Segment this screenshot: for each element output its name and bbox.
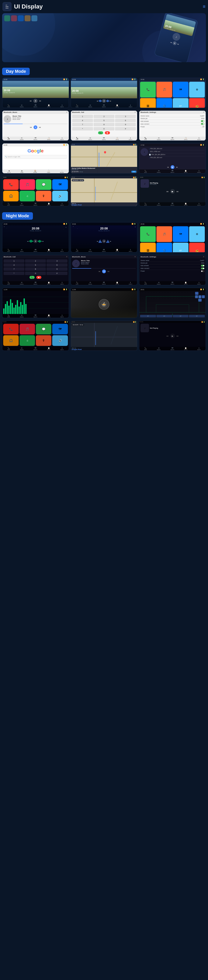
night-eq-screen: 11:54📶 🔋 bbox=[2, 288, 69, 318]
night-mode-row-2: Bluetooth_Call ✕ 1 2 3 4 5 6 7 8 9 * 0 bbox=[0, 255, 208, 285]
night-mode-row-3: 11:54📶 🔋 bbox=[0, 288, 208, 318]
messages-icon[interactable]: 💬 bbox=[36, 179, 51, 190]
siri-icon[interactable]: 🔊 bbox=[52, 191, 68, 201]
night-carplay-home: 18:00📶 🔋 📞 🎵 💬 🗺 🎧 ♫ 🎙 🔊 📞DIAL ✉EMAIL 🗺M… bbox=[2, 321, 69, 351]
file-item[interactable]: ♪ 新乐_大草原.mp3 bbox=[149, 150, 204, 153]
day-mode-section-label: Day Mode bbox=[0, 64, 208, 78]
night-bt-settings: Bluetooth_Settings ✕ Device name CarBT D… bbox=[139, 255, 206, 285]
apts-btn[interactable]: 📋APTS bbox=[47, 104, 50, 108]
maps-btn[interactable]: 🗺MAPS bbox=[33, 104, 37, 108]
go-button[interactable]: GO bbox=[131, 171, 136, 173]
radio-app[interactable]: 📻 bbox=[189, 98, 205, 108]
night-rear-camera: 20:01📶 🔋 ↑ ↑ ← ● → bbox=[139, 288, 206, 318]
day-mode-row-2: Bluetooth_Music ✕ ♪ Music Title Music Al… bbox=[0, 110, 208, 141]
day-home-screen-1: 20:08📶 🔋 20:08 Sunday, January 01 ⏮ ⏸ ⏭ … bbox=[2, 78, 69, 108]
hero-banner: 20:08 Sunday, January 01 ♪ ⏮ ⏸ ⏭ bbox=[2, 13, 206, 62]
bt-call-screen: Bluetooth_Call ✕ 1 2 3 4 5 6 7 8 9 * 0 bbox=[71, 110, 137, 141]
night-home-1: 20:08📶 🔋 20:08 Sunday, January 01 ⏮ bbox=[2, 222, 69, 253]
night-photo-screen: 11:54📶 🔋 🍲 bbox=[71, 288, 137, 318]
night-now-playing: 20:01📶 🔋 ♪ Not Playing ⏮ ▶ ⏭ 📞DIAL bbox=[139, 321, 206, 351]
file-item[interactable]: 📄 华东_蓝光_拾光_歌词.lrc bbox=[149, 153, 204, 156]
email-btn[interactable]: ✉EMAIL bbox=[20, 104, 24, 108]
night-mode-row-4: 18:00📶 🔋 📞 🎵 💬 🗺 🎧 ♫ 🎙 🔊 📞DIAL ✉EMAIL 🗺M… bbox=[0, 321, 208, 351]
settings-app[interactable]: ⚙ bbox=[189, 82, 205, 97]
status-bar-1: 20:08📶 🔋 bbox=[2, 78, 69, 81]
page-title: UI Display bbox=[14, 3, 43, 10]
night-nav-screen: 19:30📶 🔋 19:16 ETA 9.0 mi Start on Dougl… bbox=[71, 321, 137, 351]
google-screen: 11:00📶 🔋 Google 🔍 Search or type URL ◀BA… bbox=[2, 143, 69, 173]
night-mode-section-label: Night Mode bbox=[0, 209, 208, 222]
night-app-grid: 20:08📶 🔋 📞 🎵 🗺 ⚙ 🖼 🔵 BT 📻 🚗 🚙 📷 ▶ 📞DIAL … bbox=[139, 222, 206, 253]
day-mode-row-1: 20:08📶 🔋 20:08 Sunday, January 01 ⏮ ⏸ ⏭ … bbox=[0, 78, 208, 108]
dial-btn[interactable]: 📞DIAL bbox=[7, 104, 10, 108]
day-app-grid: 20:08📶 🔋 📞 🎵 🗺 ⚙ 🖼 🔵 BT 📻 🚗 🚙 📷 ▶ 📞DIAL … bbox=[139, 78, 206, 108]
anfo-btn[interactable]: ℹANFO bbox=[60, 104, 64, 108]
night-mode-row-1: 20:08📶 🔋 20:08 Sunday, January 01 ⏮ bbox=[0, 222, 208, 253]
spotify2-icon[interactable]: ♫ bbox=[19, 191, 35, 201]
local-music-screen: 17:00📶 🔋 ♪ ♪ 华东_蓝光_拾光.mp3 ♪ 新乐 bbox=[139, 143, 206, 173]
map-nav-screen: 11:00📶 🔋 Sunny Coffee Modern Restaurant … bbox=[71, 143, 137, 173]
day-mode-row-3: 11:00📶 🔋 Google 🔍 Search or type URL ◀BA… bbox=[0, 143, 208, 173]
bottom-nav-1: 📞DIAL ✉EMAIL 🗺MAPS 📋APTS ℹANFO bbox=[2, 104, 69, 108]
carplay-home-screen: 18:00📶 🔋 📞 🎵 💬 🗺 🎧 ♫ 🎙 🔊 📞DIAL ✉EMAIL 🗺M… bbox=[2, 176, 69, 206]
header: UI Display ≡ bbox=[0, 0, 208, 13]
phone-icon[interactable]: 📞 bbox=[3, 179, 19, 190]
maps-app[interactable]: 🗺 bbox=[173, 82, 189, 97]
photos-app[interactable]: 🖼 bbox=[140, 98, 156, 108]
night-home-2: 20:08📶 🔋 20:08 Sunday, January 01 ⏮ bbox=[71, 222, 137, 253]
menu-dots-icon[interactable]: ≡ bbox=[203, 4, 205, 10]
night-bt-call: Bluetooth_Call ✕ 1 2 3 4 5 6 7 8 9 * 0 bbox=[2, 255, 69, 285]
hero-device-mockup: 20:08 Sunday, January 01 ♪ ⏮ ⏸ ⏭ bbox=[154, 13, 199, 62]
music-icon[interactable]: 🎵 bbox=[19, 179, 35, 190]
bt-settings-screen: Bluetooth_Settings ✕ Device name CarBT D… bbox=[139, 110, 206, 141]
spotify-icon[interactable]: 🎧 bbox=[3, 191, 19, 201]
day-mode-row-4: 18:00📶 🔋 📞 🎵 💬 🗺 🎧 ♫ 🎙 🔊 📞DIAL ✉EMAIL 🗺M… bbox=[0, 176, 208, 206]
bt-app[interactable]: 🔵 bbox=[156, 98, 172, 108]
logo-icon bbox=[3, 2, 11, 11]
file-item[interactable]: ♪ 华东_蓝光_拾光.mp3 bbox=[149, 156, 204, 159]
bt-music-screen: Bluetooth_Music ✕ ♪ Music Title Music Al… bbox=[2, 110, 69, 141]
bt2-app[interactable]: BT bbox=[173, 98, 189, 108]
phone-app[interactable]: 📞 bbox=[140, 82, 156, 97]
status-bar-2: 20:08📶 🔋 bbox=[71, 78, 137, 81]
carplay-nav-screen: 19:30📶 🔋 19:16 ETA 9.0 mi Start on Dougl… bbox=[71, 176, 137, 206]
carplay-music-screen: 20:01📶 🔋 ♪ Not Playing Not Playing ⏮ ▶ ⏭ bbox=[139, 176, 206, 206]
night-bt-music: Bluetooth_Music ✕ ♪ Music Title Music Al… bbox=[71, 255, 137, 285]
day-home-screen-2: 20:08📶 🔋 20:08 Sunday, January 01 ⏮ ⏸ bbox=[71, 78, 137, 108]
file-item[interactable]: ♪ 华东_蓝光_拾光.mp3 bbox=[149, 147, 204, 150]
music-app[interactable]: 🎵 bbox=[156, 82, 172, 97]
bottom-nav-2: 📞DIAL ✉EMAIL 🗺MAPS 📋APTS ℹANFO bbox=[71, 104, 137, 108]
maps-icon[interactable]: 🗺 bbox=[52, 179, 68, 190]
podcast-icon[interactable]: 🎙 bbox=[36, 191, 51, 201]
